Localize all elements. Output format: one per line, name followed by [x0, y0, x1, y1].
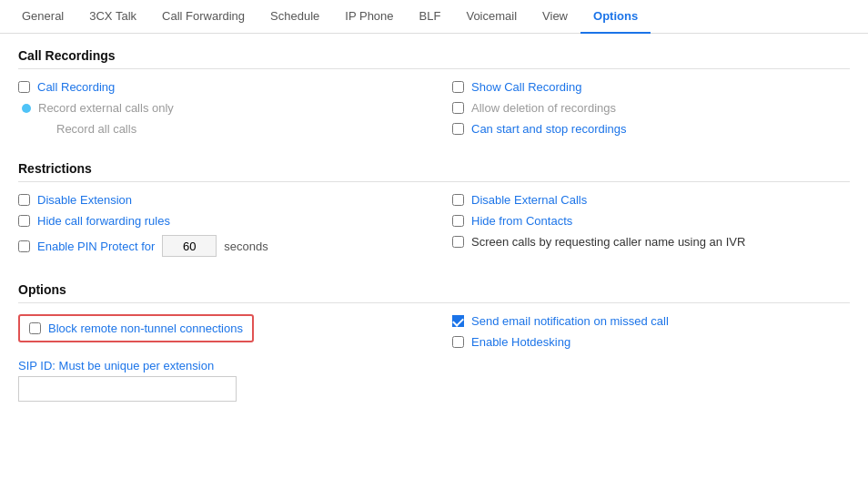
radio-dot — [22, 104, 31, 113]
can-start-stop-label: Can start and stop recordings — [471, 122, 627, 136]
tab-call-forwarding[interactable]: Call Forwarding — [149, 0, 257, 34]
allow-deletion-checkbox[interactable] — [452, 102, 464, 114]
hide-forwarding-row: Hide call forwarding rules — [18, 214, 416, 228]
allow-deletion-row: Allow deletion of recordings — [452, 101, 850, 115]
call-recording-label: Call Recording — [37, 80, 115, 94]
tab-3cx-talk[interactable]: 3CX Talk — [76, 0, 149, 34]
restrictions-title: Restrictions — [18, 161, 850, 182]
screen-calls-row: Screen calls by requesting caller name u… — [452, 235, 850, 249]
allow-deletion-label: Allow deletion of recordings — [471, 101, 616, 115]
tab-general[interactable]: General — [9, 0, 76, 34]
record-external-row: Record external calls only — [18, 101, 416, 115]
hide-contacts-label: Hide from Contacts — [471, 214, 572, 228]
call-recording-checkbox[interactable] — [18, 81, 30, 93]
sip-id-label: SIP ID: Must be unique per extension — [18, 359, 416, 372]
call-recordings-section: Call Recordings Call Recording Record ex… — [18, 48, 850, 143]
show-call-recording-checkbox[interactable] — [452, 81, 464, 93]
screen-calls-checkbox[interactable] — [452, 236, 464, 248]
seconds-label: seconds — [224, 240, 267, 253]
send-email-checkbox-filled[interactable] — [452, 315, 464, 327]
hotdesking-checkbox[interactable] — [452, 336, 464, 348]
block-remote-row: Block remote non-tunnel connections — [18, 314, 254, 342]
tab-voicemail[interactable]: Voicemail — [453, 0, 530, 34]
pin-protect-row: Enable PIN Protect for seconds — [18, 235, 416, 257]
tab-options[interactable]: Options — [580, 0, 651, 34]
send-email-row: Send email notification on missed call — [452, 314, 850, 328]
tab-ip-phone[interactable]: IP Phone — [332, 0, 406, 34]
hide-contacts-row: Hide from Contacts — [452, 214, 850, 228]
hide-forwarding-checkbox[interactable] — [18, 215, 30, 227]
screen-calls-label: Screen calls by requesting caller name u… — [471, 235, 745, 249]
block-remote-label: Block remote non-tunnel connections — [48, 321, 243, 335]
tab-view[interactable]: View — [530, 0, 580, 34]
show-call-recording-row: Show Call Recording — [452, 80, 850, 94]
can-start-stop-row: Can start and stop recordings — [452, 122, 850, 136]
nav-tabs: General 3CX Talk Call Forwarding Schedul… — [0, 0, 868, 34]
disable-external-row: Disable External Calls — [452, 193, 850, 207]
pin-protect-label: Enable PIN Protect for — [37, 240, 155, 253]
options-title: Options — [18, 282, 850, 303]
call-recordings-title: Call Recordings — [18, 48, 850, 69]
pin-seconds-input[interactable] — [162, 235, 217, 257]
sip-id-row: SIP ID: Must be unique per extension — [18, 359, 416, 402]
hotdesking-row: Enable Hotdesking — [452, 335, 850, 349]
block-remote-checkbox[interactable] — [29, 322, 41, 334]
tab-blf[interactable]: BLF — [407, 0, 454, 34]
hotdesking-label: Enable Hotdesking — [471, 335, 570, 349]
record-all-row: Record all calls — [18, 122, 416, 136]
call-recording-row: Call Recording — [18, 80, 416, 94]
disable-extension-checkbox[interactable] — [18, 194, 30, 206]
options-section: Options Block remote non-tunnel connecti… — [18, 282, 850, 409]
record-external-label: Record external calls only — [38, 101, 174, 115]
hide-contacts-checkbox[interactable] — [452, 215, 464, 227]
disable-external-checkbox[interactable] — [452, 194, 464, 206]
disable-extension-row: Disable Extension — [18, 193, 416, 207]
hide-forwarding-label: Hide call forwarding rules — [37, 214, 170, 228]
disable-extension-label: Disable Extension — [37, 193, 132, 207]
tab-schedule[interactable]: Schedule — [257, 0, 332, 34]
show-call-recording-label: Show Call Recording — [471, 80, 581, 94]
disable-external-label: Disable External Calls — [471, 193, 587, 207]
pin-protect-checkbox[interactable] — [18, 240, 30, 252]
can-start-stop-checkbox[interactable] — [452, 123, 464, 135]
record-all-label: Record all calls — [36, 122, 136, 136]
send-email-label: Send email notification on missed call — [471, 314, 669, 328]
sip-id-input[interactable] — [18, 376, 237, 402]
restrictions-section: Restrictions Disable Extension Hide call… — [18, 161, 850, 264]
